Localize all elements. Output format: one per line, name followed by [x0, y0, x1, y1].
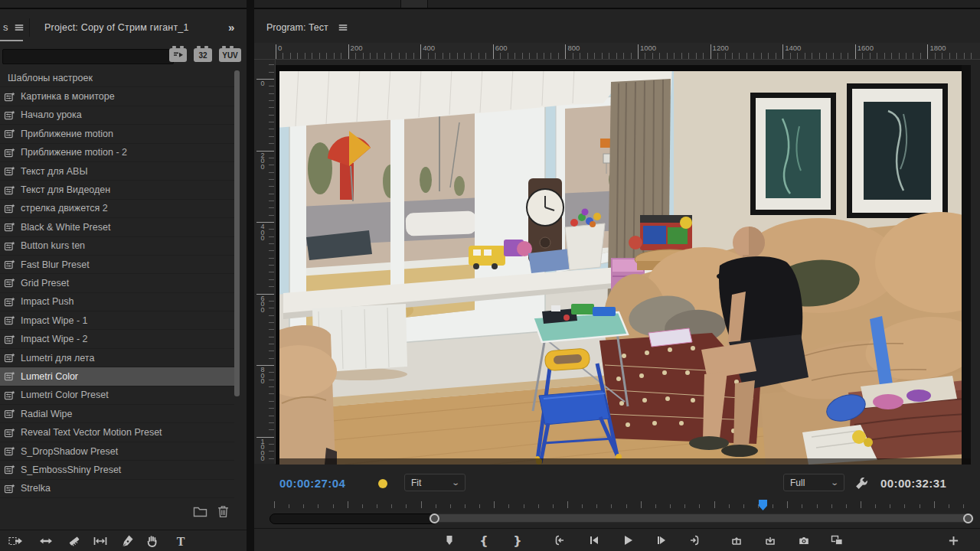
- ruler-tick: [319, 53, 320, 59]
- list-item-label: Reveal Text Vector Motion Preset: [21, 427, 162, 438]
- project-list: Шаблоны настроек Картинка в мониторе Нач…: [0, 69, 234, 499]
- lift-button[interactable]: [727, 531, 746, 549]
- list-item[interactable]: Начало урока: [0, 106, 234, 125]
- scrub-tick: [684, 504, 685, 508]
- list-item[interactable]: Lumetri для лета: [0, 349, 234, 367]
- ruler-label: 1800: [929, 44, 946, 52]
- add-marker-button[interactable]: [440, 531, 459, 549]
- list-item[interactable]: Приближение motion - 2: [0, 144, 234, 162]
- list-item[interactable]: Fast Blur Preset: [0, 256, 234, 274]
- partial-tab-label: s: [3, 21, 8, 33]
- delete-button[interactable]: [214, 504, 231, 519]
- playhead[interactable]: [759, 500, 767, 510]
- program-tab[interactable]: Program: Тест: [266, 22, 348, 33]
- ruler-label: 1600: [858, 44, 874, 52]
- mark-in-button[interactable]: {: [475, 531, 493, 549]
- razor-tool[interactable]: [64, 533, 84, 549]
- preset-icon: [4, 259, 15, 269]
- ruler-tick: [674, 53, 675, 59]
- list-item[interactable]: Impact Wipe - 1: [0, 311, 234, 330]
- go-to-out-button[interactable]: [686, 531, 704, 549]
- button-editor-plus[interactable]: [944, 531, 962, 549]
- zoom-scrollbar-thumb[interactable]: [429, 514, 974, 523]
- comparison-view-button[interactable]: [828, 531, 846, 549]
- ripple-edit-tool[interactable]: [36, 533, 56, 549]
- settings-wrench-icon[interactable]: [852, 474, 871, 491]
- yuv-badge[interactable]: YUV: [219, 48, 241, 62]
- pen-tool[interactable]: [117, 533, 137, 549]
- current-timecode[interactable]: 00:00:27:04: [279, 477, 345, 490]
- list-item[interactable]: Lumetri Color: [0, 367, 234, 386]
- export-frame-button[interactable]: [795, 531, 813, 549]
- search-input[interactable]: [2, 49, 174, 64]
- ruler-label: 800: [567, 44, 580, 52]
- preset-icon: [4, 148, 15, 158]
- preview-badge-icon[interactable]: [169, 48, 187, 62]
- list-item[interactable]: S_EmbossShiny Preset: [0, 461, 234, 479]
- partial-tab[interactable]: s: [3, 21, 24, 33]
- panel-divider[interactable]: [247, 0, 254, 551]
- ruler-tick: [269, 337, 274, 337]
- list-item[interactable]: Black & White Preset: [0, 218, 234, 236]
- list-item[interactable]: Текст для АВЫ: [0, 162, 234, 181]
- scrub-tick: [450, 504, 451, 508]
- 32bpc-badge[interactable]: 32: [194, 48, 212, 62]
- list-item[interactable]: Текст для Видеоден: [0, 181, 234, 199]
- play-button[interactable]: [619, 531, 637, 549]
- panel-menu-icon[interactable]: [14, 22, 24, 33]
- ruler-tick: [326, 53, 327, 59]
- scrub-tick: [582, 504, 583, 508]
- playback-resolution-dropdown[interactable]: Full⌄: [783, 474, 844, 491]
- ruler-tick: [269, 136, 274, 137]
- list-item[interactable]: Button kurs ten: [0, 237, 234, 256]
- mark-out-button[interactable]: }: [508, 531, 527, 549]
- list-item[interactable]: Шаблоны настроек: [0, 69, 234, 87]
- type-tool[interactable]: T: [171, 533, 191, 549]
- list-item[interactable]: Reveal Text Vector Motion Preset: [0, 423, 234, 442]
- scrub-bar[interactable]: [270, 499, 974, 511]
- list-item[interactable]: Impact Push: [0, 293, 234, 311]
- ruler-tick: [956, 53, 957, 59]
- ruler-tick: [420, 44, 421, 59]
- zoom-handle-left[interactable]: [430, 514, 439, 523]
- list-item[interactable]: Radial Wipe: [0, 405, 234, 423]
- program-monitor-video[interactable]: [276, 65, 971, 465]
- zoom-handle-right[interactable]: [963, 514, 973, 523]
- new-bin-button[interactable]: [191, 504, 208, 519]
- list-item[interactable]: Strelka: [0, 480, 234, 498]
- ruler-tick: [819, 53, 820, 59]
- project-tab-title[interactable]: Project: Copy of Стрим гигант_1: [44, 22, 189, 33]
- panel-menu-icon[interactable]: [338, 22, 348, 33]
- scrub-tick: [831, 504, 832, 508]
- ruler-label: 1000: [640, 44, 656, 52]
- zoom-level-dropdown[interactable]: Fit⌄: [404, 474, 466, 491]
- step-forward-button[interactable]: [652, 531, 671, 549]
- ruler-tick: [971, 53, 972, 59]
- list-item[interactable]: стрелка движется 2: [0, 200, 234, 218]
- slip-tool[interactable]: [90, 533, 110, 549]
- step-back-button[interactable]: [585, 531, 603, 549]
- transport-controls: { }: [254, 528, 980, 551]
- list-item[interactable]: S_DropShadow Preset: [0, 442, 234, 461]
- hand-tool[interactable]: [142, 533, 162, 549]
- list-item-label: Impact Push: [21, 296, 74, 307]
- vertical-scrollbar[interactable]: [234, 70, 240, 396]
- tab-overflow-chevron[interactable]: »: [228, 21, 233, 34]
- zoom-scrollbar[interactable]: [270, 513, 974, 525]
- scrub-tick: [699, 504, 700, 508]
- list-item[interactable]: Impact Wipe - 2: [0, 330, 234, 348]
- zoom-scrollbar-track[interactable]: [270, 514, 438, 524]
- ruler-tick: [269, 372, 274, 373]
- dropped-frame-indicator[interactable]: [378, 479, 387, 488]
- extract-button[interactable]: [761, 531, 779, 549]
- track-select-forward-tool[interactable]: [5, 533, 25, 549]
- list-item[interactable]: Картинка в мониторе: [0, 87, 234, 106]
- list-item[interactable]: Приближение motion: [0, 125, 234, 143]
- list-item-label: Grid Preset: [21, 278, 69, 289]
- list-item-label: Шаблоны настроек: [8, 73, 93, 83]
- scrub-tick: [758, 504, 759, 508]
- list-item[interactable]: Lumetri Color Preset: [0, 386, 234, 405]
- ruler-tick: [717, 53, 718, 59]
- go-to-in-button[interactable]: [550, 531, 568, 549]
- list-item[interactable]: Grid Preset: [0, 274, 234, 292]
